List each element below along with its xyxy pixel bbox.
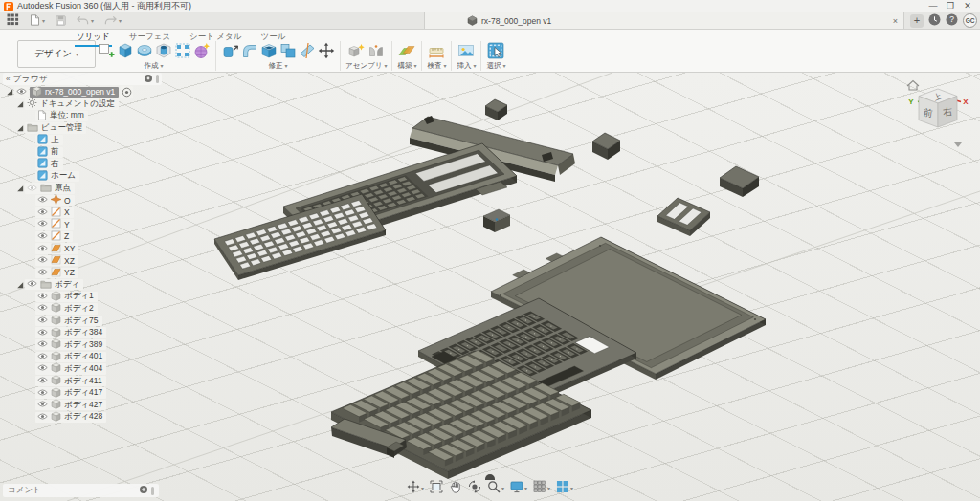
fillet-button[interactable]	[240, 42, 258, 60]
visibility-eye-icon[interactable]	[37, 376, 48, 386]
tree-row[interactable]: XY	[3, 243, 162, 255]
expand-arrow-icon[interactable]	[15, 124, 24, 132]
visibility-eye-icon[interactable]	[37, 231, 48, 242]
tree-row[interactable]: ボディ427	[3, 399, 162, 411]
hole-button[interactable]	[154, 42, 172, 60]
combine-button[interactable]	[278, 42, 297, 60]
viewports-button[interactable]: ▾	[556, 480, 573, 497]
tree-row[interactable]: ボディ75	[3, 315, 162, 327]
tree-row[interactable]: O	[3, 194, 162, 207]
visibility-eye-icon[interactable]	[37, 219, 48, 229]
visibility-eye-icon[interactable]	[37, 303, 48, 314]
pattern-button[interactable]	[173, 42, 191, 60]
ribbon-group-label[interactable]: 選択▾	[486, 61, 505, 71]
visibility-eye-icon[interactable]	[37, 195, 48, 206]
create-form-button[interactable]	[192, 42, 211, 60]
visibility-eye-icon[interactable]	[37, 316, 48, 326]
tree-item[interactable]: X	[35, 207, 74, 218]
tree-item[interactable]: ボディ2	[35, 303, 98, 314]
recent-clock-icon[interactable]	[928, 12, 941, 30]
tree-item[interactable]: ボディ75	[35, 316, 102, 326]
tree-item[interactable]: XY	[35, 243, 78, 253]
tree-row[interactable]: XZ	[3, 254, 162, 267]
maximize-button[interactable]: ❐	[942, 0, 959, 12]
visibility-eye-icon[interactable]	[37, 244, 48, 254]
tree-item[interactable]: ボディ427	[35, 400, 106, 410]
tree-row[interactable]: 上	[3, 134, 162, 146]
comment-add-icon[interactable]	[139, 485, 148, 496]
view-cube[interactable]: Y X 上 前 右	[902, 76, 974, 158]
tree-row[interactable]: rx-78_000_open v1	[3, 86, 162, 98]
measure-button[interactable]	[428, 42, 446, 60]
document-tab[interactable]: rx-78_000_open v1 ×	[424, 12, 904, 29]
new-tab-button[interactable]: +	[910, 14, 924, 28]
tree-row[interactable]: ボディ417	[3, 387, 162, 400]
tree-row[interactable]: ドキュメントの設定	[3, 98, 162, 111]
redo-button[interactable]: ▾	[104, 12, 122, 30]
tree-item[interactable]: ボディ	[25, 279, 83, 290]
tree-row[interactable]: ボディ389	[3, 338, 162, 351]
visibility-eye-icon[interactable]	[27, 279, 37, 290]
visibility-eye-icon[interactable]	[37, 339, 48, 350]
close-button[interactable]: ✕	[959, 0, 976, 12]
tree-item[interactable]: Y	[35, 219, 74, 229]
visibility-eye-icon[interactable]	[37, 268, 48, 278]
tree-item[interactable]: Z	[35, 231, 73, 242]
expand-arrow-icon[interactable]	[15, 281, 24, 289]
undo-button[interactable]: ▾	[77, 12, 94, 30]
tree-row[interactable]: 原点	[3, 183, 162, 195]
move-copy-button[interactable]	[317, 42, 335, 60]
joint-button[interactable]	[367, 42, 385, 60]
tree-row[interactable]: ボディ1	[3, 291, 162, 303]
viewcube-menu-caret-icon[interactable]	[954, 142, 962, 147]
tree-row[interactable]: ボディ2	[3, 303, 162, 316]
ribbon-group-label[interactable]: アセンブリ▾	[345, 61, 387, 71]
visibility-eye-icon[interactable]	[37, 207, 48, 218]
app-launcher-button[interactable]	[7, 12, 19, 30]
tree-item[interactable]: ボディ404	[35, 363, 106, 374]
tree-row[interactable]: ボディ428	[3, 411, 162, 424]
visibility-eye-icon[interactable]	[16, 87, 27, 98]
tree-row[interactable]: YZ	[3, 267, 162, 279]
tree-row[interactable]: ボディ404	[3, 363, 162, 376]
ribbon-group-label[interactable]: 修正▾	[268, 61, 287, 71]
orbit-button[interactable]	[468, 480, 481, 497]
ribbon-group-label[interactable]: 検査▾	[427, 61, 446, 71]
browser-settings-icon[interactable]	[144, 74, 153, 85]
comment-scrollbar[interactable]	[151, 487, 154, 495]
tree-item[interactable]: O	[35, 195, 75, 206]
tree-row[interactable]: X	[3, 207, 162, 219]
tree-item[interactable]: ボディ411	[35, 376, 106, 386]
tree-item[interactable]: 原点	[25, 183, 75, 193]
tree-item[interactable]: 単位: mm	[35, 111, 88, 121]
tree-row[interactable]: 単位: mm	[3, 110, 162, 122]
ribbon-group-label[interactable]: 挿入▾	[457, 61, 476, 71]
account-avatar[interactable]: GC	[963, 13, 977, 28]
document-tab-close-icon[interactable]: ×	[893, 16, 898, 26]
comment-bar[interactable]: コメント	[3, 484, 159, 497]
visibility-eye-icon[interactable]	[37, 352, 48, 362]
visibility-eye-icon[interactable]	[37, 388, 48, 399]
ribbon-group-label[interactable]: 作成▾	[144, 61, 163, 71]
create-sketch-button[interactable]	[97, 42, 115, 60]
tree-item-selected[interactable]: rx-78_000_open v1	[30, 87, 119, 98]
revolve-button[interactable]	[135, 42, 153, 60]
tree-item[interactable]: ボディ1	[35, 292, 98, 302]
grid-and-snaps-button[interactable]: ▾	[533, 480, 550, 497]
collapse-icon[interactable]: «	[6, 75, 10, 83]
tree-item[interactable]: ボディ401	[35, 352, 106, 362]
tree-row[interactable]: Y	[3, 219, 162, 231]
visibility-eye-icon[interactable]	[27, 184, 37, 194]
tree-item[interactable]: YZ	[35, 268, 78, 278]
tree-item[interactable]: ドキュメントの設定	[25, 98, 119, 109]
visibility-eye-icon[interactable]	[37, 400, 48, 410]
tree-row[interactable]: ボディ401	[3, 351, 162, 363]
tree-row[interactable]: ビュー管理	[3, 122, 162, 135]
tree-item[interactable]: 右	[35, 159, 63, 169]
tree-item[interactable]: ビュー管理	[25, 122, 86, 133]
extrude-button[interactable]	[116, 42, 134, 60]
expand-arrow-icon[interactable]	[5, 88, 13, 96]
free-orbit-button[interactable]: ▾	[407, 480, 424, 497]
tree-row[interactable]: ボディ411	[3, 375, 162, 387]
insert-image-button[interactable]	[457, 42, 476, 60]
